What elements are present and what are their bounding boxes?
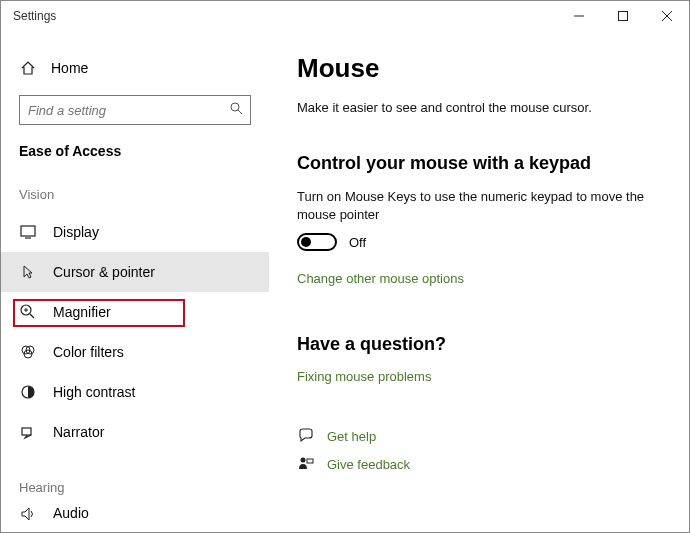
sidebar-item-label: Magnifier — [53, 304, 111, 320]
content-area: Home Ease of Access Vision Display Curso… — [1, 31, 689, 532]
control-description: Turn on Mouse Keys to use the numeric ke… — [297, 188, 661, 223]
svg-line-5 — [238, 110, 242, 114]
svg-rect-6 — [21, 226, 35, 236]
svg-rect-1 — [619, 12, 628, 21]
question-heading: Have a question? — [297, 334, 661, 355]
svg-rect-16 — [22, 428, 31, 435]
control-heading: Control your mouse with a keypad — [297, 153, 661, 174]
narrator-icon — [19, 423, 37, 441]
give-feedback-row[interactable]: Give feedback — [297, 450, 661, 478]
close-button[interactable] — [645, 1, 689, 31]
sidebar-item-label: Color filters — [53, 344, 124, 360]
sidebar-item-label: Cursor & pointer — [53, 264, 155, 280]
svg-rect-18 — [307, 459, 313, 463]
question-block: Have a question? Fixing mouse problems — [297, 334, 661, 384]
sidebar-item-colorfilters[interactable]: Color filters — [1, 332, 269, 372]
close-icon — [662, 11, 672, 21]
minimize-icon — [574, 11, 584, 21]
sidebar-item-audio[interactable]: Audio — [1, 505, 269, 523]
svg-point-4 — [231, 103, 239, 111]
fix-problems-link[interactable]: Fixing mouse problems — [297, 369, 661, 384]
sidebar-item-narrator[interactable]: Narrator — [1, 412, 269, 452]
section-title: Ease of Access — [1, 143, 269, 187]
sidebar-item-label: Narrator — [53, 424, 104, 440]
sidebar-item-magnifier[interactable]: Magnifier — [1, 292, 269, 332]
window-controls — [557, 1, 689, 31]
sidebar-item-highcontrast[interactable]: High contrast — [1, 372, 269, 412]
help-links: Get help Give feedback — [297, 422, 661, 478]
display-icon — [19, 223, 37, 241]
home-label: Home — [51, 60, 88, 76]
window-title: Settings — [13, 9, 56, 23]
other-mouse-options-link[interactable]: Change other mouse options — [297, 271, 661, 286]
svg-point-17 — [301, 458, 306, 463]
sidebar-item-label: Audio — [53, 505, 89, 521]
group-vision: Vision — [1, 187, 269, 212]
mouse-keys-toggle[interactable] — [297, 233, 337, 251]
get-help-icon — [297, 427, 315, 445]
cursor-icon — [19, 263, 37, 281]
toggle-knob — [301, 237, 311, 247]
magnifier-icon — [19, 303, 37, 321]
sidebar: Home Ease of Access Vision Display Curso… — [1, 31, 269, 532]
home-button[interactable]: Home — [1, 51, 269, 85]
high-contrast-icon — [19, 383, 37, 401]
svg-line-9 — [30, 314, 34, 318]
audio-icon — [19, 505, 37, 523]
sidebar-item-label: High contrast — [53, 384, 135, 400]
titlebar: Settings — [1, 1, 689, 31]
page-title: Mouse — [297, 53, 661, 84]
color-filters-icon — [19, 343, 37, 361]
get-help-row[interactable]: Get help — [297, 422, 661, 450]
sidebar-item-label: Display — [53, 224, 99, 240]
minimize-button[interactable] — [557, 1, 601, 31]
mouse-keys-toggle-row: Off — [297, 233, 661, 251]
toggle-state-label: Off — [349, 235, 366, 250]
sidebar-item-cursor[interactable]: Cursor & pointer — [1, 252, 269, 292]
get-help-link[interactable]: Get help — [327, 429, 376, 444]
page-subtitle: Make it easier to see and control the mo… — [297, 100, 661, 115]
sidebar-item-display[interactable]: Display — [1, 212, 269, 252]
give-feedback-link[interactable]: Give feedback — [327, 457, 410, 472]
home-icon — [19, 59, 37, 77]
search-icon — [230, 102, 243, 118]
search-row — [19, 95, 251, 125]
search-input[interactable] — [19, 95, 251, 125]
feedback-icon — [297, 455, 315, 473]
group-hearing: Hearing — [1, 480, 269, 505]
main-panel: Mouse Make it easier to see and control … — [269, 31, 689, 532]
maximize-icon — [618, 11, 628, 21]
maximize-button[interactable] — [601, 1, 645, 31]
